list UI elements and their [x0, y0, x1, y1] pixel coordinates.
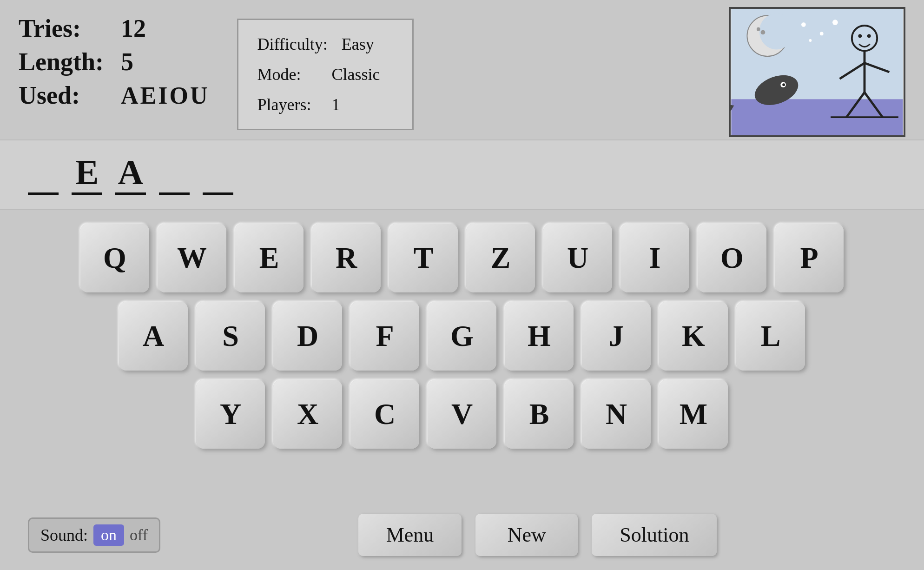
word-slot-3 — [159, 190, 190, 195]
key-r[interactable]: R — [312, 224, 381, 292]
key-n[interactable]: N — [582, 380, 651, 449]
bottom-bar: Sound: on off Menu New Solution — [0, 514, 924, 556]
sound-label: Sound: — [40, 525, 88, 545]
key-s[interactable]: S — [196, 302, 265, 371]
key-a[interactable]: A — [119, 302, 188, 371]
svg-point-8 — [832, 20, 838, 25]
svg-point-7 — [820, 32, 824, 36]
word-slot-1: E — [72, 154, 102, 195]
used-label: Used: — [19, 81, 112, 110]
tries-row: Tries: 12 — [19, 14, 209, 43]
key-v[interactable]: V — [428, 380, 496, 449]
key-j[interactable]: J — [582, 302, 651, 371]
sound-control: Sound: on off — [28, 517, 160, 553]
used-value: AEIOU — [121, 82, 209, 109]
players-label: Players: — [257, 90, 317, 120]
key-d[interactable]: D — [273, 302, 342, 371]
key-k[interactable]: K — [659, 302, 728, 371]
key-x[interactable]: X — [273, 380, 342, 449]
svg-point-5 — [757, 27, 760, 31]
word-slots: EA — [28, 154, 233, 195]
solution-button[interactable]: Solution — [592, 514, 717, 556]
length-row: Length: 5 — [19, 47, 209, 76]
key-c[interactable]: C — [350, 380, 419, 449]
keyboard-row-3: YXCVBNM — [196, 380, 728, 449]
svg-point-15 — [858, 34, 862, 38]
key-y[interactable]: Y — [196, 380, 265, 449]
bottom-buttons: Menu New Solution — [358, 514, 717, 556]
difficulty-label: Difficulty: — [257, 29, 327, 60]
key-t[interactable]: T — [389, 224, 458, 292]
key-o[interactable]: O — [698, 224, 766, 292]
sound-on-button[interactable]: on — [93, 524, 124, 546]
slot-line-3 — [159, 192, 190, 195]
svg-point-4 — [761, 30, 766, 35]
keyboard-row-2: ASDFGHJKL — [119, 302, 805, 371]
tries-value: 12 — [121, 14, 146, 43]
key-i[interactable]: I — [620, 224, 689, 292]
key-p[interactable]: P — [775, 224, 844, 292]
key-q[interactable]: Q — [80, 224, 149, 292]
length-value: 5 — [121, 47, 133, 76]
players-value: 1 — [331, 90, 340, 120]
key-m[interactable]: M — [659, 380, 728, 449]
used-row: Used: AEIOU — [19, 81, 209, 110]
key-f[interactable]: F — [350, 302, 419, 371]
tries-label: Tries: — [19, 14, 112, 43]
new-button[interactable]: New — [475, 514, 578, 556]
key-u[interactable]: U — [543, 224, 612, 292]
difficulty-value: Easy — [342, 29, 374, 60]
slot-line-0 — [28, 192, 59, 195]
key-w[interactable]: W — [158, 224, 226, 292]
slot-letter-2: A — [117, 154, 145, 190]
word-slot-0 — [28, 190, 59, 195]
length-label: Length: — [19, 47, 112, 76]
key-b[interactable]: B — [505, 380, 574, 449]
slot-line-4 — [203, 192, 233, 195]
stats-section: Tries: 12 Length: 5 Used: AEIOU — [19, 14, 209, 110]
svg-point-6 — [801, 22, 806, 27]
svg-point-9 — [809, 39, 812, 42]
hangman-image — [729, 7, 905, 137]
key-z[interactable]: Z — [466, 224, 535, 292]
slot-line-1 — [72, 192, 102, 195]
sound-off-button[interactable]: off — [130, 526, 148, 544]
svg-point-13 — [782, 83, 785, 86]
difficulty-box: Difficulty: Easy Mode: Classic Players: … — [237, 19, 414, 130]
key-e[interactable]: E — [235, 224, 304, 292]
key-g[interactable]: G — [428, 302, 496, 371]
key-l[interactable]: L — [736, 302, 805, 371]
word-slot-2: A — [115, 154, 146, 195]
key-h[interactable]: H — [505, 302, 574, 371]
slot-line-2 — [115, 192, 146, 195]
word-slot-4 — [203, 190, 233, 195]
mode-label: Mode: — [257, 60, 317, 90]
slot-letter-1: E — [73, 154, 101, 190]
mode-value: Classic — [331, 60, 380, 90]
menu-button[interactable]: Menu — [358, 514, 462, 556]
keyboard-panel: QWERTZUIOP ASDFGHJKL YXCVBNM — [0, 210, 924, 463]
svg-point-16 — [867, 34, 871, 38]
word-display-panel: EA — [0, 139, 924, 210]
keyboard-row-1: QWERTZUIOP — [80, 224, 844, 292]
